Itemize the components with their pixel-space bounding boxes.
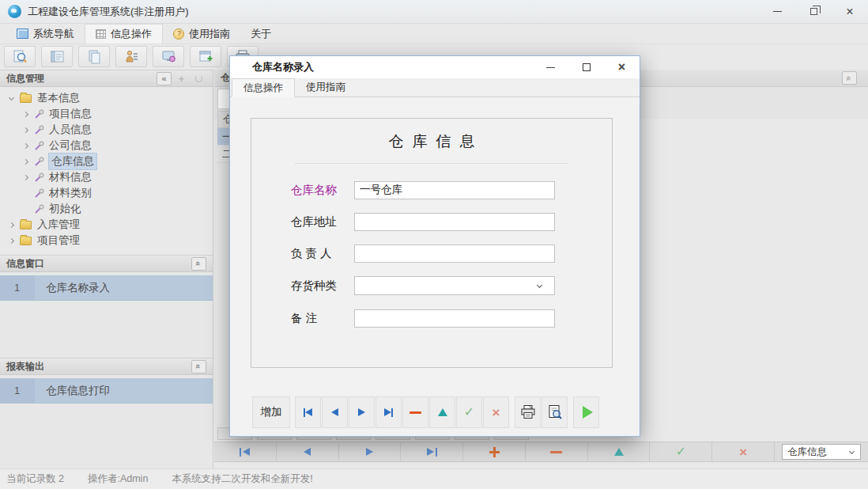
- tree-item-basic-info[interactable]: 基本信息: [0, 90, 213, 106]
- menu-bar: 系统导航 信息操作 使用指南 关于: [0, 24, 868, 44]
- close-button[interactable]: ×: [832, 0, 868, 24]
- tree-item-project-management[interactable]: 项目管理: [0, 233, 213, 248]
- nav-prev-button[interactable]: [277, 442, 339, 461]
- chevron-right-icon[interactable]: [9, 237, 14, 243]
- info-management-header: 信息管理 « +: [0, 70, 213, 87]
- add-button[interactable]: 增加: [252, 396, 290, 428]
- remark-label: 备 注: [291, 311, 354, 326]
- run-button[interactable]: [573, 396, 599, 428]
- edit-record-button[interactable]: [429, 396, 455, 428]
- dialog-close-button[interactable]: ×: [604, 56, 640, 78]
- main-collapse-button[interactable]: «: [842, 71, 857, 85]
- restore-button[interactable]: [795, 0, 832, 24]
- last-record-icon: [427, 448, 434, 456]
- chevron-right-icon[interactable]: [23, 142, 28, 148]
- dialog-minimize-button[interactable]: [533, 56, 568, 78]
- chevron-down-icon[interactable]: [9, 94, 14, 100]
- sidebar-add-button[interactable]: +: [174, 72, 189, 85]
- menu-about[interactable]: 关于: [240, 24, 281, 44]
- folder-icon: [20, 221, 32, 229]
- nav-last-button[interactable]: [401, 442, 463, 461]
- next-record-button[interactable]: [349, 396, 375, 428]
- chevron-right-icon[interactable]: [23, 174, 28, 180]
- delete-record-button[interactable]: [402, 396, 428, 428]
- last-record-button[interactable]: [376, 396, 402, 428]
- tree-item-initialization[interactable]: 初始化: [0, 201, 213, 217]
- warehouse-address-input[interactable]: [354, 213, 555, 231]
- cancel-record-button[interactable]: ×: [483, 396, 509, 428]
- info-windows-title: 信息窗口: [6, 257, 44, 271]
- manager-input[interactable]: [354, 244, 555, 263]
- nav-edit-button[interactable]: [588, 442, 651, 461]
- tree-item-material-info[interactable]: 材料信息: [0, 169, 213, 185]
- sidebar: 信息管理 « + 基本信息 项目信息 人员信息 公司信息: [0, 70, 213, 468]
- sidebar-refresh-button[interactable]: [191, 72, 206, 85]
- post-record-button[interactable]: ✓: [456, 396, 482, 428]
- dialog-tab-user-guide[interactable]: 使用指南: [295, 78, 357, 97]
- tree-label: 项目管理: [37, 233, 80, 248]
- sidebar-collapse-button[interactable]: «: [157, 72, 172, 85]
- chevron-right-icon[interactable]: [9, 222, 14, 227]
- chevron-right-icon[interactable]: [23, 127, 28, 132]
- menu-user-guide[interactable]: 使用指南: [163, 24, 240, 44]
- chevron-right-icon[interactable]: [23, 111, 28, 116]
- menu-system-navigation[interactable]: 系统导航: [6, 24, 85, 44]
- tree-label: 基本信息: [37, 91, 80, 105]
- list-item-label: 仓库名称录入: [35, 281, 110, 295]
- panel-collapse-button[interactable]: «: [191, 257, 206, 271]
- dialog-tabs: 信息操作 使用指南: [230, 78, 640, 97]
- record-navigator: ✓ × 仓库信息: [214, 442, 868, 462]
- menu-info-operations[interactable]: 信息操作: [85, 24, 163, 44]
- tree-label: 人员信息: [49, 123, 92, 137]
- warehouse-entry-dialog: 仓库名称录入 × 信息操作 使用指南 仓库信息 仓库名称 仓库地址 负 责 人: [229, 55, 640, 437]
- tree-item-personnel-info[interactable]: 人员信息: [0, 122, 213, 138]
- minimize-button[interactable]: [759, 0, 795, 24]
- print-button[interactable]: [515, 396, 541, 428]
- warehouse-name-input[interactable]: [354, 181, 555, 199]
- tree-item-project-info[interactable]: 项目信息: [0, 106, 213, 122]
- table-select-combobox[interactable]: 仓库信息: [782, 444, 861, 460]
- nav-post-button[interactable]: ✓: [650, 442, 712, 461]
- toolbar-form-button[interactable]: [41, 46, 73, 67]
- tree-item-inbound-management[interactable]: 入库管理: [0, 217, 213, 233]
- dialog-titlebar[interactable]: 仓库名称录入 ×: [230, 56, 640, 78]
- nav-next-button[interactable]: [339, 442, 402, 461]
- prev-record-button[interactable]: [322, 396, 348, 428]
- nav-insert-button[interactable]: [463, 442, 526, 461]
- report-list-item[interactable]: 1 仓库信息打印: [0, 378, 213, 404]
- print-preview-button[interactable]: [542, 396, 568, 428]
- dialog-tab-info-operations[interactable]: 信息操作: [232, 78, 295, 97]
- toolbar-documents-button[interactable]: [78, 46, 110, 67]
- panel-collapse-button[interactable]: «: [191, 360, 206, 373]
- play-icon: [583, 406, 593, 419]
- remark-input[interactable]: [354, 309, 555, 328]
- collapse-up-icon: «: [194, 261, 204, 266]
- stock-type-combobox[interactable]: [354, 276, 555, 295]
- dialog-maximize-button[interactable]: [568, 56, 604, 78]
- folder-icon: [20, 94, 32, 103]
- tree-item-company-info[interactable]: 公司信息: [0, 138, 213, 154]
- next-record-icon: [358, 408, 365, 416]
- warehouse-address-label: 仓库地址: [291, 214, 354, 229]
- window-list-item[interactable]: 1 仓库名称录入: [0, 275, 213, 301]
- tree-item-material-category[interactable]: 材料类别: [0, 185, 213, 201]
- toolbar-monitor-button[interactable]: [153, 46, 184, 67]
- form-row-warehouse-name: 仓库名称: [291, 180, 555, 199]
- nav-first-button[interactable]: [214, 442, 277, 461]
- toolbar-new-window-button[interactable]: [190, 46, 221, 67]
- collapse-up-icon: «: [845, 75, 855, 80]
- chevron-down-icon: [537, 282, 542, 287]
- form-row-remark: 备 注: [291, 309, 555, 328]
- check-icon: ✓: [676, 445, 686, 458]
- dialog-title: 仓库名称录入: [252, 60, 314, 74]
- chevron-right-icon[interactable]: [23, 158, 28, 164]
- nav-cancel-button[interactable]: ×: [712, 442, 775, 461]
- nav-delete-button[interactable]: [526, 442, 588, 461]
- toolbar-user-settings-button[interactable]: [115, 46, 147, 67]
- first-record-button[interactable]: [295, 396, 321, 428]
- status-message: 本系统支持二次开发和全新开发!: [172, 472, 312, 486]
- tree-label: 初始化: [49, 202, 81, 216]
- window-controls: ×: [759, 0, 868, 24]
- toolbar-search-button[interactable]: [4, 46, 36, 67]
- tree-item-warehouse-info[interactable]: 仓库信息: [0, 154, 213, 169]
